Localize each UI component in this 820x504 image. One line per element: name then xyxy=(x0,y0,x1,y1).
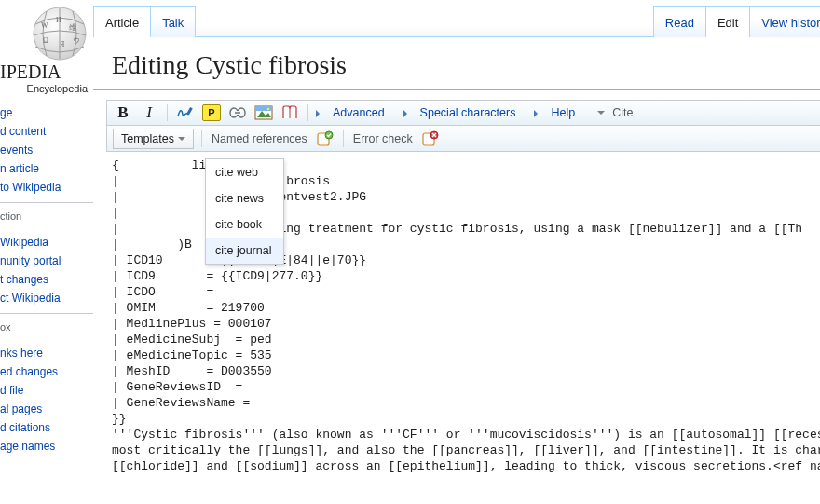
signature-button[interactable] xyxy=(175,102,196,123)
nav-main: ged contenteventsn articleto Wikipedia xyxy=(0,103,93,197)
sidebar-link[interactable]: events xyxy=(0,141,93,159)
tab-article[interactable]: Article xyxy=(93,6,151,37)
chevron-down-icon xyxy=(178,137,185,144)
sidebar-link[interactable]: ed changes xyxy=(0,362,93,381)
nav-tools: nks hereed changesd fileal pagesd citati… xyxy=(0,344,93,456)
sidebar-link[interactable]: d citations xyxy=(0,418,93,437)
expand-icon xyxy=(403,110,411,117)
tab-view-history[interactable]: View history xyxy=(749,6,820,37)
link-button[interactable]: P xyxy=(201,102,222,123)
dropdown-item-cite-web[interactable]: cite web xyxy=(206,159,283,185)
sidebar-link[interactable]: nunity portal xyxy=(0,252,93,270)
page-tabs: Article Talk Read Edit View history xyxy=(93,0,820,37)
sidebar-link[interactable]: al pages xyxy=(0,400,93,418)
dropdown-item-cite-journal[interactable]: cite journal xyxy=(206,238,283,264)
wikipedia-globe-logo[interactable]: WИ维 ΩЯウ xyxy=(22,6,88,61)
sidebar-link[interactable]: nks here xyxy=(0,344,93,362)
error-check-button[interactable]: Error check xyxy=(351,132,415,145)
sidebar: WИ维 ΩЯウ IPEDIA Encyclopedia ged contente… xyxy=(0,0,93,504)
edit-toolbar: B I P Advance xyxy=(106,100,820,126)
svg-rect-7 xyxy=(186,107,193,115)
sidebar-link[interactable]: to Wikipedia xyxy=(0,178,93,197)
chevron-down-icon xyxy=(597,111,605,118)
bold-button[interactable]: B xyxy=(113,102,133,123)
special-characters-toggle[interactable]: Special characters xyxy=(418,106,518,119)
tab-read[interactable]: Read xyxy=(653,6,706,37)
sidebar-link[interactable]: ge xyxy=(0,103,93,122)
named-references-button[interactable]: Named references xyxy=(210,132,309,145)
nav-interaction-heading: ction xyxy=(0,207,93,224)
svg-rect-13 xyxy=(255,106,272,111)
svg-text:W: W xyxy=(41,21,48,30)
content: Article Talk Read Edit View history Edit… xyxy=(93,0,820,504)
reference-button[interactable] xyxy=(280,102,300,123)
templates-dropdown: cite webcite newscite bookcite journal xyxy=(205,158,284,265)
svg-text:Ω: Ω xyxy=(43,36,48,45)
named-references-icon[interactable] xyxy=(315,129,335,149)
wikipedia-tagline: Encyclopedia xyxy=(0,83,88,94)
cite-toolbar: Templates Named references Error check xyxy=(106,126,820,152)
italic-button[interactable]: I xyxy=(139,102,159,123)
sidebar-link[interactable]: ct Wikipedia xyxy=(0,289,93,307)
dropdown-item-cite-news[interactable]: cite news xyxy=(206,185,283,211)
cite-toggle[interactable]: Cite xyxy=(610,106,635,119)
tab-edit[interactable]: Edit xyxy=(705,6,750,37)
embedded-file-button[interactable] xyxy=(227,102,248,123)
nav-interaction: Wikipedianunity portalt changesct Wikipe… xyxy=(0,233,93,307)
svg-text:维: 维 xyxy=(69,23,76,32)
page-title: Editing Cystic fibrosis xyxy=(93,37,820,90)
svg-text:И: И xyxy=(56,16,62,24)
sidebar-link[interactable]: Wikipedia xyxy=(0,233,93,252)
svg-text:Я: Я xyxy=(60,40,65,48)
nav-tools-heading: ox xyxy=(0,318,93,334)
sidebar-link[interactable]: age names xyxy=(0,437,93,456)
dropdown-item-cite-book[interactable]: cite book xyxy=(206,211,283,238)
svg-point-15 xyxy=(267,108,270,111)
advanced-toggle[interactable]: Advanced xyxy=(331,106,387,119)
wikipedia-wordmark: IPEDIA xyxy=(0,61,88,83)
sidebar-link[interactable]: d content xyxy=(0,122,93,141)
tab-talk[interactable]: Talk xyxy=(150,6,196,37)
sidebar-link[interactable]: n article xyxy=(0,159,93,178)
svg-text:ウ: ウ xyxy=(73,36,80,45)
image-button[interactable] xyxy=(253,102,274,123)
sidebar-link[interactable]: t changes xyxy=(0,270,93,289)
expand-icon xyxy=(316,110,323,117)
wikitext-editor[interactable]: { lisease | = Cystic fibrosis | = CFtrea… xyxy=(93,152,820,474)
help-toggle[interactable]: Help xyxy=(549,106,577,119)
sidebar-link[interactable]: d file xyxy=(0,381,93,400)
templates-dropdown-button[interactable]: Templates xyxy=(113,129,194,149)
error-check-icon[interactable] xyxy=(420,129,441,149)
expand-icon xyxy=(534,110,541,117)
